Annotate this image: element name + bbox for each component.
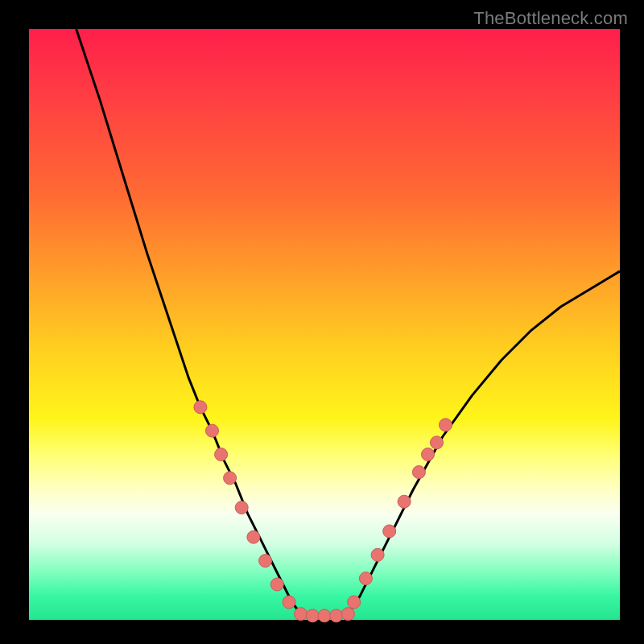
chart-stage: TheBottleneck.com xyxy=(0,0,644,644)
bottleneck-curve xyxy=(76,29,620,617)
marker-group xyxy=(194,401,452,622)
data-marker xyxy=(247,530,260,543)
data-marker xyxy=(412,466,425,479)
data-marker xyxy=(206,424,219,437)
data-marker xyxy=(283,596,295,609)
data-marker xyxy=(359,572,372,585)
data-marker xyxy=(270,578,283,591)
data-marker xyxy=(306,609,319,622)
data-marker xyxy=(431,436,444,449)
data-marker xyxy=(259,555,272,568)
data-marker xyxy=(383,525,396,538)
data-marker xyxy=(215,448,228,461)
data-marker xyxy=(398,495,411,508)
data-marker xyxy=(440,419,452,431)
data-marker xyxy=(318,609,331,622)
data-marker xyxy=(348,596,361,609)
plot-area xyxy=(29,29,620,620)
watermark-text: TheBottleneck.com xyxy=(473,8,628,29)
data-marker xyxy=(422,448,435,461)
curve-layer xyxy=(29,29,620,620)
data-marker xyxy=(224,472,237,485)
data-marker xyxy=(295,608,308,621)
data-marker xyxy=(194,401,207,414)
line-group xyxy=(76,29,620,617)
data-marker xyxy=(341,608,354,621)
data-marker xyxy=(330,609,343,622)
data-marker xyxy=(235,502,248,514)
data-marker xyxy=(371,548,384,561)
